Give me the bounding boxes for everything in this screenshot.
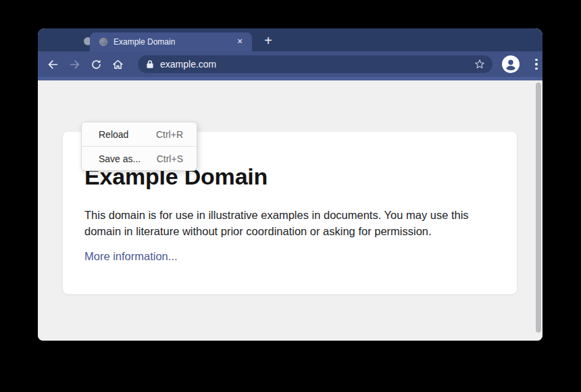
address-bar[interactable]: example.com [138, 55, 492, 73]
page-viewport: Example Domain This domain is for use in… [38, 80, 542, 341]
back-button[interactable] [45, 56, 61, 72]
menu-item-label: Save as... [99, 153, 141, 164]
avatar-icon [502, 55, 520, 73]
context-menu-item-save-as[interactable]: Save as... Ctrl+S [82, 146, 197, 170]
menu-item-label: Reload [99, 129, 128, 140]
bookmark-star-button[interactable] [474, 58, 486, 70]
page-paragraph: This domain is for use in illustrative e… [84, 207, 479, 239]
menu-item-shortcut: Ctrl+R [156, 129, 183, 140]
star-icon [474, 58, 486, 70]
profile-button[interactable] [502, 55, 520, 73]
kebab-dot [535, 68, 538, 70]
browser-window: Example Domain × + [38, 28, 542, 341]
forward-arrow-icon [68, 58, 81, 71]
navigation-toolbar: example.com [38, 51, 542, 77]
context-menu: Reload Ctrl+R Save as... Ctrl+S [81, 122, 197, 171]
tab-close-icon[interactable]: × [234, 36, 245, 47]
kebab-dot [535, 63, 538, 66]
reload-button[interactable] [88, 56, 104, 72]
home-button[interactable] [109, 56, 126, 72]
screenshot-stage: Example Domain × + [0, 0, 581, 392]
context-menu-item-reload[interactable]: Reload Ctrl+R [82, 122, 197, 146]
back-arrow-icon [47, 58, 59, 71]
more-information-link[interactable]: More information... [84, 250, 178, 263]
favicon-icon [99, 38, 107, 46]
tab-title: Example Domain [113, 37, 175, 47]
forward-button[interactable] [66, 56, 82, 72]
url-text: example.com [160, 59, 474, 70]
tab-example-domain[interactable]: Example Domain × [90, 32, 252, 51]
home-icon [111, 58, 124, 71]
browser-menu-button[interactable] [530, 59, 542, 70]
kebab-dot [535, 59, 538, 62]
scrollbar-thumb[interactable] [536, 82, 541, 333]
title-bar: Example Domain × + [38, 28, 542, 51]
lock-icon[interactable] [146, 59, 154, 69]
menu-item-shortcut: Ctrl+S [157, 153, 183, 164]
new-tab-button[interactable]: + [261, 34, 276, 49]
reload-icon [90, 58, 103, 71]
